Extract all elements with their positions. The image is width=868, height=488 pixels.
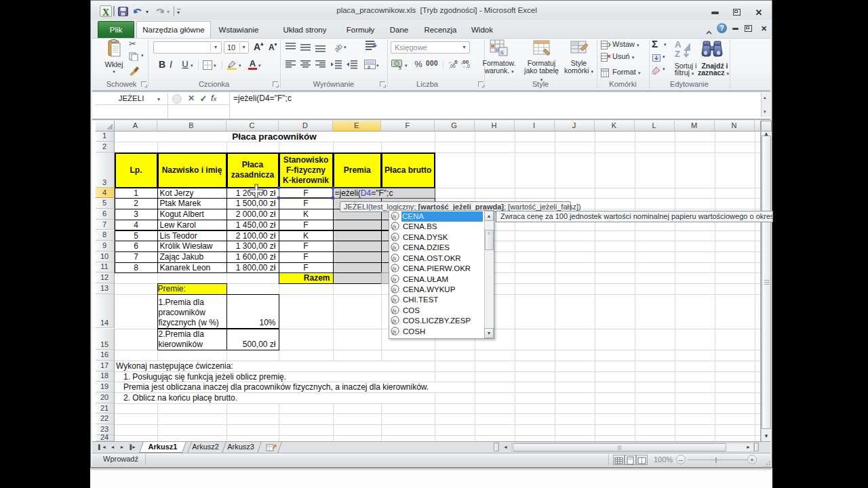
svg-text:fx: fx: [393, 223, 397, 230]
svg-text:fx: fx: [393, 254, 397, 261]
svg-text:A: A: [675, 39, 682, 49]
svg-text:fx: fx: [393, 265, 397, 272]
svg-text:fx: fx: [393, 213, 397, 220]
svg-text:ab: ab: [332, 42, 342, 52]
svg-text:fx: fx: [393, 233, 397, 240]
svg-text:$: $: [399, 64, 402, 70]
svg-text:fx: fx: [393, 317, 397, 324]
svg-text:fx: fx: [393, 244, 397, 251]
svg-text:fx: fx: [393, 275, 397, 282]
svg-text:fx: fx: [393, 285, 397, 292]
svg-text:fx: fx: [393, 296, 397, 303]
svg-text:Z: Z: [675, 49, 680, 59]
svg-text:a: a: [368, 64, 370, 69]
svg-text:fx: fx: [393, 306, 397, 313]
svg-text:≤: ≤: [500, 49, 504, 56]
svg-text:fx: fx: [393, 327, 397, 334]
